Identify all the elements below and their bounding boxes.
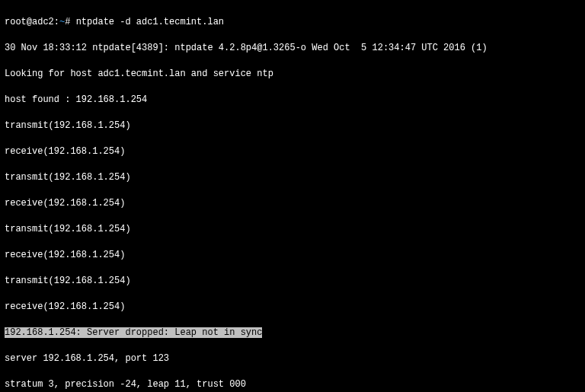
output-line: transmit(192.168.1.254) — [5, 171, 580, 184]
output-line: server 192.168.1.254, port 123 — [5, 352, 580, 365]
output-line: transmit(192.168.1.254) — [5, 120, 580, 132]
prompt-userhost: root@adc2 — [5, 17, 54, 27]
server-dropped-line: 192.168.1.254: Server dropped: Leap not … — [5, 327, 580, 339]
output-line: transmit(192.168.1.254) — [5, 275, 580, 288]
terminal[interactable]: root@adc2:~# ntpdate -d adc1.tecmint.lan… — [0, 0, 585, 392]
highlighted-text: 192.168.1.254: Server dropped: Leap not … — [5, 327, 262, 338]
output-line: stratum 3, precision -24, leap 11, trust… — [5, 378, 580, 391]
output-line: receive(192.168.1.254) — [5, 249, 580, 262]
output-line: receive(192.168.1.254) — [5, 145, 580, 158]
output-line: 30 Nov 18:33:12 ntpdate[4389]: ntpdate 4… — [5, 42, 580, 55]
prompt-line-1: root@adc2:~# ntpdate -d adc1.tecmint.lan — [5, 16, 580, 29]
output-line: receive(192.168.1.254) — [5, 197, 580, 210]
output-line: Looking for host adc1.tecmint.lan and se… — [5, 68, 580, 81]
command-text: ntpdate -d adc1.tecmint.lan — [76, 17, 224, 27]
output-line: receive(192.168.1.254) — [5, 301, 580, 314]
output-line: host found : 192.168.1.254 — [5, 94, 580, 107]
output-line: transmit(192.168.1.254) — [5, 223, 580, 236]
